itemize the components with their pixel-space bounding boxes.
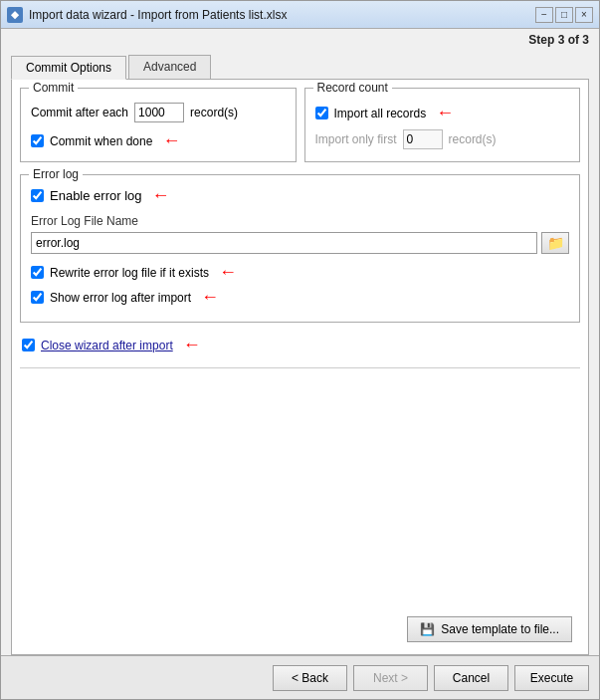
show-log-row: Show error log after import ← bbox=[31, 287, 569, 308]
save-template-icon: 💾 bbox=[420, 622, 435, 636]
execute-button[interactable]: Execute bbox=[514, 665, 589, 691]
enable-log-arrow: ← bbox=[152, 185, 170, 206]
import-only-row: Import only first record(s) bbox=[315, 129, 570, 149]
title-bar: ◆ Import data wizard - Import from Patie… bbox=[1, 1, 599, 29]
close-wizard-label[interactable]: Close wizard after import bbox=[41, 339, 173, 352]
save-template-label: Save template to file... bbox=[441, 622, 559, 636]
rewrite-log-arrow: ← bbox=[219, 262, 237, 283]
commit-when-done-row: Commit when done ← bbox=[31, 130, 286, 151]
tab-advanced[interactable]: Advanced bbox=[128, 55, 211, 79]
close-wizard-checkbox[interactable] bbox=[22, 339, 35, 351]
rewrite-log-label: Rewrite error log file if it exists bbox=[50, 266, 209, 280]
main-content: Commit Commit after each record(s) Commi… bbox=[1, 79, 599, 655]
import-all-row: Import all records ← bbox=[315, 103, 570, 123]
show-log-checkbox[interactable] bbox=[31, 291, 44, 304]
commit-group: Commit Commit after each record(s) Commi… bbox=[20, 88, 297, 162]
show-log-arrow: ← bbox=[201, 287, 219, 308]
tab-commit-options[interactable]: Commit Options bbox=[11, 56, 126, 80]
footer: < Back Next > Cancel Execute bbox=[1, 655, 599, 699]
bottom-area: 💾 Save template to file... bbox=[20, 367, 580, 650]
enable-error-log-row: Enable error log ← bbox=[31, 185, 569, 206]
record-count-group: Record count Import all records ← Import… bbox=[304, 88, 581, 162]
commit-when-done-arrow: ← bbox=[162, 130, 180, 151]
show-log-label: Show error log after import bbox=[50, 291, 191, 305]
commit-after-each-row: Commit after each record(s) bbox=[31, 103, 286, 122]
enable-error-log-label: Enable error log bbox=[50, 188, 142, 203]
save-template-button[interactable]: 💾 Save template to file... bbox=[407, 616, 572, 642]
file-input-row: 📁 bbox=[31, 232, 569, 254]
tabs-row: Commit Options Advanced bbox=[1, 51, 599, 79]
back-button[interactable]: < Back bbox=[273, 665, 347, 691]
top-section: Commit Commit after each record(s) Commi… bbox=[12, 80, 588, 170]
window-controls: − □ × bbox=[535, 7, 593, 23]
cancel-button[interactable]: Cancel bbox=[434, 665, 508, 691]
import-only-label: Import only first bbox=[315, 132, 397, 146]
commit-after-label: Commit after each bbox=[31, 106, 128, 119]
close-wizard-row: Close wizard after import ← bbox=[12, 327, 588, 363]
step-label: Step 3 of 3 bbox=[1, 29, 599, 51]
next-button[interactable]: Next > bbox=[353, 665, 428, 691]
commit-group-label: Commit bbox=[29, 81, 78, 95]
error-log-group-label: Error log bbox=[29, 167, 83, 181]
browse-icon: 📁 bbox=[547, 235, 564, 251]
close-button[interactable]: × bbox=[575, 7, 593, 23]
import-all-label: Import all records bbox=[334, 107, 427, 120]
import-all-arrow: ← bbox=[436, 103, 454, 123]
enable-error-log-checkbox[interactable] bbox=[31, 189, 44, 202]
browse-button[interactable]: 📁 bbox=[541, 232, 569, 254]
error-log-group: Error log Enable error log ← Error Log F… bbox=[20, 174, 580, 323]
rewrite-log-row: Rewrite error log file if it exists ← bbox=[31, 262, 569, 283]
commit-after-input[interactable] bbox=[134, 103, 184, 122]
file-name-label: Error Log File Name bbox=[31, 214, 569, 228]
commit-records-label: record(s) bbox=[190, 106, 238, 119]
minimize-button[interactable]: − bbox=[535, 7, 553, 23]
close-wizard-arrow: ← bbox=[183, 335, 201, 355]
commit-when-done-label: Commit when done bbox=[50, 134, 152, 148]
error-log-file-input[interactable] bbox=[31, 232, 537, 254]
content-panel: Commit Commit after each record(s) Commi… bbox=[11, 79, 589, 655]
import-all-checkbox[interactable] bbox=[315, 107, 328, 119]
import-only-records-label: record(s) bbox=[449, 132, 497, 146]
import-only-input[interactable] bbox=[403, 129, 443, 149]
maximize-button[interactable]: □ bbox=[555, 7, 573, 23]
window-title: Import data wizard - Import from Patient… bbox=[29, 8, 535, 22]
app-icon: ◆ bbox=[7, 7, 23, 23]
rewrite-log-checkbox[interactable] bbox=[31, 266, 44, 279]
commit-when-done-checkbox[interactable] bbox=[31, 134, 44, 147]
record-count-group-label: Record count bbox=[313, 81, 392, 95]
main-window: ◆ Import data wizard - Import from Patie… bbox=[0, 0, 600, 700]
